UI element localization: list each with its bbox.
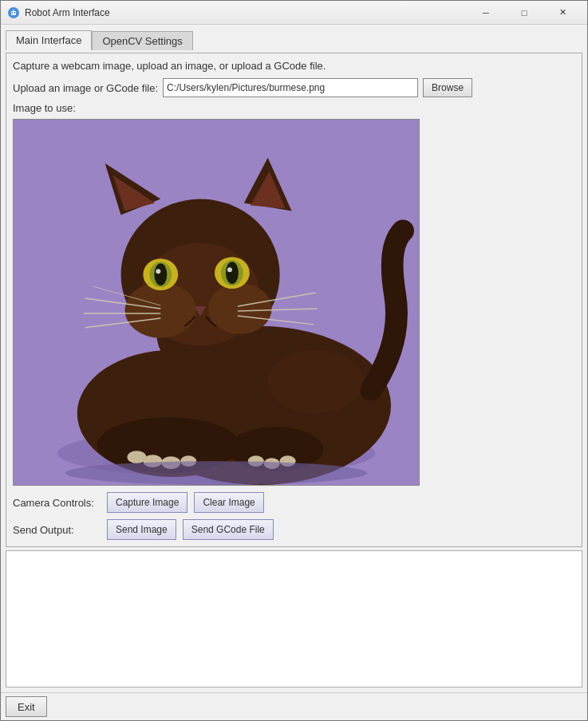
output-textarea[interactable] (6, 550, 582, 688)
send-output-label: Send Output: (13, 524, 101, 536)
upload-row: Upload an image or GCode file: Browse (13, 78, 575, 97)
app-icon (7, 6, 20, 19)
tab-opencv-settings[interactable]: OpenCV Settings (92, 31, 192, 50)
clear-image-button[interactable]: Clear Image (194, 492, 263, 513)
svg-point-34 (227, 267, 232, 272)
upload-label: Upload an image or GCode file: (13, 82, 158, 94)
window-frame: Robot Arm Interface ─ □ ✕ Main Interface… (0, 0, 588, 721)
titlebar: Robot Arm Interface ─ □ ✕ (1, 1, 587, 25)
bottom-bar: Exit (1, 692, 587, 720)
svg-point-26 (208, 283, 272, 334)
send-gcode-button[interactable]: Send GCode File (183, 519, 274, 540)
camera-controls-row: Camera Controls: Capture Image Clear Ima… (13, 492, 575, 513)
send-image-button[interactable]: Send Image (107, 519, 176, 540)
svg-point-2 (12, 12, 14, 14)
minimize-button[interactable]: ─ (468, 1, 504, 25)
capture-image-button[interactable]: Capture Image (107, 492, 187, 513)
output-container (6, 550, 582, 688)
svg-point-43 (268, 350, 363, 414)
tab-main-interface[interactable]: Main Interface (6, 30, 92, 50)
camera-controls-label: Camera Controls: (13, 497, 101, 509)
cat-image (14, 120, 419, 485)
file-path-input[interactable] (163, 78, 418, 97)
window-controls: ─ □ ✕ (468, 1, 581, 25)
browse-button[interactable]: Browse (423, 78, 472, 97)
svg-point-3 (14, 12, 16, 14)
svg-rect-4 (14, 10, 14, 11)
image-display (13, 119, 420, 486)
hint-text: Capture a webcam image, upload an image,… (13, 60, 575, 72)
svg-point-29 (154, 263, 167, 286)
close-button[interactable]: ✕ (544, 1, 581, 25)
send-output-row: Send Output: Send Image Send GCode File (13, 519, 575, 540)
main-content: Main Interface OpenCV Settings Capture a… (1, 25, 587, 692)
svg-point-33 (226, 262, 239, 284)
svg-point-25 (125, 282, 197, 338)
svg-point-30 (156, 269, 160, 274)
tab-bar: Main Interface OpenCV Settings (6, 30, 582, 49)
main-panel: Capture a webcam image, upload an image,… (6, 53, 582, 547)
svg-point-44 (65, 461, 367, 485)
maximize-button[interactable]: □ (506, 1, 543, 25)
image-label: Image to use: (13, 102, 575, 114)
outer-window: Robot Arm Interface ─ □ ✕ Main Interface… (0, 0, 588, 721)
window-title: Robot Arm Interface (25, 7, 468, 18)
exit-button[interactable]: Exit (6, 696, 47, 717)
